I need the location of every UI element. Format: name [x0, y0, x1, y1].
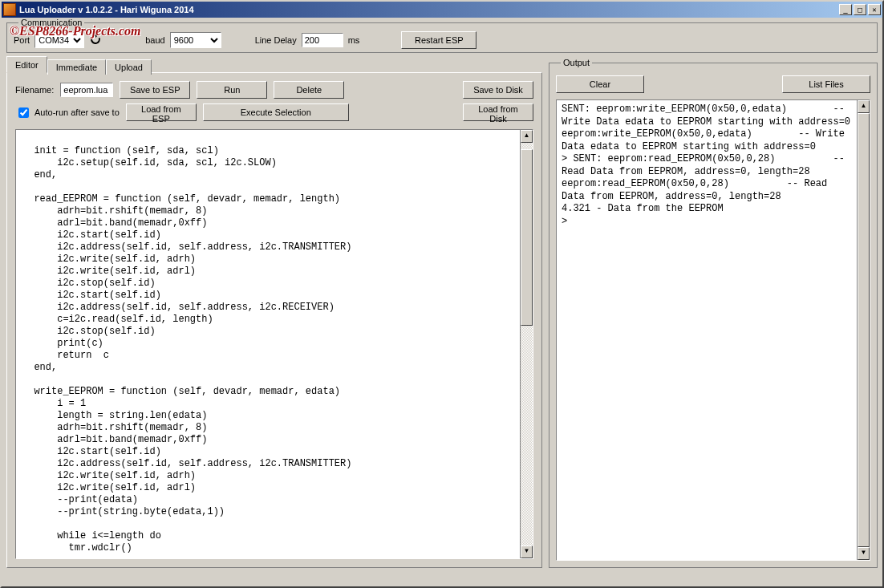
app-icon: [3, 3, 16, 16]
line-delay-label: Line Delay: [255, 35, 297, 45]
load-from-disk-button[interactable]: Load from Disk: [463, 103, 533, 121]
autorun-label: Auto-run after save to: [34, 107, 120, 117]
port-select[interactable]: COM34: [34, 32, 84, 48]
scroll-track[interactable]: [858, 113, 870, 547]
clear-button[interactable]: Clear: [556, 75, 644, 93]
close-button[interactable]: ✕: [868, 4, 881, 15]
output-scrollbar[interactable]: ▲ ▼: [857, 100, 870, 560]
autorun-checkbox[interactable]: [18, 107, 29, 118]
execute-selection-button[interactable]: Execute Selection: [203, 103, 349, 121]
editor-panel: Filename: Save to ESP Run Delete Save to…: [6, 72, 542, 568]
line-delay-input[interactable]: [302, 33, 343, 47]
filename-label: Filename:: [15, 85, 54, 95]
app-window: Lua Uploader v 1.0.2.2 - Hari Wiguna 201…: [0, 0, 884, 588]
load-from-esp-button[interactable]: Load from ESP: [126, 103, 197, 121]
minimize-button[interactable]: _: [839, 4, 852, 15]
communication-group: Communication Port COM34 baud 9600 Line …: [6, 18, 878, 53]
window-title: Lua Uploader v 1.0.2.2 - Hari Wiguna 201…: [19, 5, 839, 14]
code-editor[interactable]: init = function (self, sda, scl) i2c.set…: [15, 129, 533, 559]
list-files-button[interactable]: List Files: [782, 75, 870, 93]
titlebar: Lua Uploader v 1.0.2.2 - Hari Wiguna 201…: [2, 2, 882, 18]
scroll-track[interactable]: [521, 143, 533, 545]
baud-label: baud: [145, 35, 164, 45]
editor-scrollbar[interactable]: ▲ ▼: [520, 130, 533, 558]
communication-legend: Communication: [18, 18, 84, 27]
refresh-icon[interactable]: [89, 33, 103, 47]
scroll-down-icon[interactable]: ▼: [521, 545, 533, 558]
line-delay-unit: ms: [348, 35, 360, 45]
tab-editor[interactable]: Editor: [6, 56, 47, 73]
scroll-thumb[interactable]: [858, 113, 870, 547]
tab-immediate[interactable]: Immediate: [47, 59, 106, 75]
save-to-esp-button[interactable]: Save to ESP: [120, 81, 190, 99]
maximize-button[interactable]: □: [854, 4, 866, 15]
output-legend: Output: [561, 58, 592, 67]
run-button[interactable]: Run: [197, 81, 267, 99]
scroll-thumb[interactable]: [521, 149, 533, 326]
autorun-check[interactable]: Auto-run after save to: [15, 105, 120, 120]
output-content: SENT: eeprom:write_EEPROM(0x50,0,edata) …: [557, 100, 857, 560]
save-to-disk-button[interactable]: Save to Disk: [463, 81, 533, 99]
scroll-up-icon[interactable]: ▲: [521, 130, 533, 143]
code-text[interactable]: init = function (self, sda, scl) i2c.set…: [16, 130, 520, 558]
delete-button[interactable]: Delete: [274, 81, 344, 99]
port-label: Port: [14, 35, 30, 45]
restart-esp-button[interactable]: Restart ESP: [401, 31, 476, 49]
scroll-down-icon[interactable]: ▼: [858, 547, 870, 560]
tab-upload[interactable]: Upload: [106, 59, 152, 75]
tab-bar: Editor Immediate Upload: [6, 58, 542, 73]
filename-input[interactable]: [60, 83, 113, 97]
output-group: Output Clear List Files SENT: eeprom:wri…: [549, 58, 878, 568]
scroll-up-icon[interactable]: ▲: [858, 100, 870, 113]
baud-select[interactable]: 9600: [170, 32, 221, 48]
output-textarea[interactable]: SENT: eeprom:write_EEPROM(0x50,0,edata) …: [556, 99, 870, 561]
